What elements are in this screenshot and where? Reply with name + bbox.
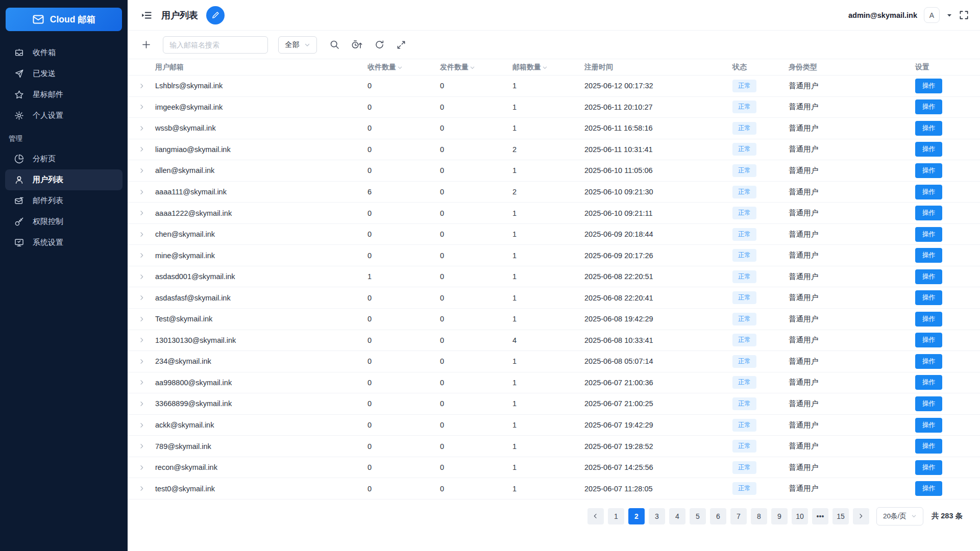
row-action-button[interactable]: 操作 xyxy=(915,163,942,178)
page-size-select[interactable]: 20条/页 xyxy=(876,507,923,525)
sidebar-item-sent[interactable]: 已发送 xyxy=(0,63,128,84)
row-expand-chevron-icon[interactable] xyxy=(128,167,155,174)
row-expand-chevron-icon[interactable] xyxy=(128,252,155,259)
column-header-mailbox-count[interactable]: 邮箱数量 xyxy=(512,63,584,72)
cell-user-email[interactable]: allen@skymail.ink xyxy=(155,166,368,174)
cell-user-email[interactable]: aaaa111@skymail.ink xyxy=(155,188,368,196)
column-header-inbox-count[interactable]: 收件数量 xyxy=(368,63,440,72)
row-expand-chevron-icon[interactable] xyxy=(128,231,155,238)
row-expand-chevron-icon[interactable] xyxy=(128,83,155,89)
cell-user-email[interactable]: recon@skymail.ink xyxy=(155,463,368,471)
page-button[interactable]: 8 xyxy=(751,508,767,524)
row-action-button[interactable]: 操作 xyxy=(915,248,942,263)
cell-user-email[interactable]: Test@skymail.ink xyxy=(155,315,368,323)
row-action-button[interactable]: 操作 xyxy=(915,396,942,411)
row-expand-chevron-icon[interactable] xyxy=(128,146,155,153)
add-user-button[interactable] xyxy=(140,38,153,51)
cell-user-email[interactable]: liangmiao@skymail.ink xyxy=(155,145,368,154)
row-action-button[interactable]: 操作 xyxy=(915,269,942,284)
page-button[interactable]: 2 xyxy=(628,508,645,524)
row-action-button[interactable]: 操作 xyxy=(915,375,942,390)
row-action-button[interactable]: 操作 xyxy=(915,354,942,369)
row-expand-chevron-icon[interactable] xyxy=(128,464,155,471)
fullscreen-icon[interactable] xyxy=(959,10,969,20)
page-button[interactable]: 1 xyxy=(608,508,624,524)
expand-table-button[interactable] xyxy=(395,39,407,51)
cell-user-email[interactable]: aaaa1222@skymail.ink xyxy=(155,209,368,217)
search-button[interactable] xyxy=(328,38,341,51)
row-action-button[interactable]: 操作 xyxy=(915,481,942,496)
row-action-button[interactable]: 操作 xyxy=(915,121,942,136)
avatar[interactable]: A xyxy=(924,7,940,23)
row-action-button[interactable]: 操作 xyxy=(915,79,942,93)
row-expand-chevron-icon[interactable] xyxy=(128,294,155,301)
sidebar-item-permissions[interactable]: 权限控制 xyxy=(0,211,128,232)
account-dropdown-caret-icon[interactable] xyxy=(946,12,952,18)
row-expand-chevron-icon[interactable] xyxy=(128,358,155,365)
sort-by-time-button[interactable] xyxy=(350,38,364,51)
page-button[interactable]: ••• xyxy=(812,508,828,524)
page-button[interactable]: 10 xyxy=(792,508,808,524)
cell-user-email[interactable]: aa998800@skymail.ink xyxy=(155,379,368,387)
cell-user-email[interactable]: asdasfasf@skymail.ink xyxy=(155,294,368,302)
cell-user-email[interactable]: 130130130@skymail.ink xyxy=(155,336,368,344)
row-expand-chevron-icon[interactable] xyxy=(128,337,155,343)
row-expand-chevron-icon[interactable] xyxy=(128,189,155,195)
cell-user-email[interactable]: 789@skymail.ink xyxy=(155,442,368,450)
prev-page-button[interactable] xyxy=(587,508,604,524)
page-button[interactable]: 9 xyxy=(771,508,788,524)
sidebar-item-user-list[interactable]: 用户列表 xyxy=(5,169,122,190)
row-action-button[interactable]: 操作 xyxy=(915,333,942,347)
row-expand-chevron-icon[interactable] xyxy=(128,273,155,280)
cell-user-email[interactable]: wssb@skymail.ink xyxy=(155,124,368,132)
cell-user-email[interactable]: ackk@skymail.ink xyxy=(155,421,368,429)
sidebar-item-starred[interactable]: 星标邮件 xyxy=(0,84,128,105)
sidebar-item-system-settings[interactable]: 系统设置 xyxy=(0,232,128,253)
row-action-button[interactable]: 操作 xyxy=(915,460,942,475)
search-input[interactable] xyxy=(163,36,268,54)
page-button[interactable]: 6 xyxy=(710,508,726,524)
row-action-button[interactable]: 操作 xyxy=(915,418,942,433)
cell-user-email[interactable]: Lshblrs@skymail.ink xyxy=(155,82,368,90)
row-expand-chevron-icon[interactable] xyxy=(128,485,155,492)
row-action-button[interactable]: 操作 xyxy=(915,142,942,157)
row-expand-chevron-icon[interactable] xyxy=(128,316,155,322)
row-expand-chevron-icon[interactable] xyxy=(128,400,155,407)
page-button[interactable]: 3 xyxy=(649,508,665,524)
column-header-sent-count[interactable]: 发件数量 xyxy=(440,63,512,72)
row-expand-chevron-icon[interactable] xyxy=(128,125,155,132)
row-action-button[interactable]: 操作 xyxy=(915,206,942,220)
sidebar-item-mail-list[interactable]: 邮件列表 xyxy=(0,190,128,211)
row-action-button[interactable]: 操作 xyxy=(915,99,942,114)
menu-collapse-icon[interactable] xyxy=(140,9,153,22)
refresh-button[interactable] xyxy=(373,38,386,51)
row-action-button[interactable]: 操作 xyxy=(915,439,942,454)
row-expand-chevron-icon[interactable] xyxy=(128,379,155,386)
row-action-button[interactable]: 操作 xyxy=(915,290,942,305)
cell-user-email[interactable]: test0@skymail.ink xyxy=(155,485,368,493)
next-page-button[interactable] xyxy=(853,508,869,524)
cell-user-email[interactable]: imgeek@skymail.ink xyxy=(155,103,368,111)
row-action-button[interactable]: 操作 xyxy=(915,185,942,199)
page-button[interactable]: 4 xyxy=(669,508,685,524)
cell-user-email[interactable]: chen@skymail.ink xyxy=(155,230,368,238)
page-button[interactable]: 7 xyxy=(730,508,747,524)
row-action-button[interactable]: 操作 xyxy=(915,227,942,242)
filter-select[interactable]: 全部 xyxy=(278,36,317,54)
edit-title-button[interactable] xyxy=(206,6,225,24)
row-expand-chevron-icon[interactable] xyxy=(128,422,155,429)
cell-user-email[interactable]: mine@skymail.ink xyxy=(155,252,368,260)
page-button[interactable]: 5 xyxy=(690,508,706,524)
cell-user-email[interactable]: asdasd001@skymail.ink xyxy=(155,272,368,281)
row-expand-chevron-icon[interactable] xyxy=(128,210,155,216)
row-action-button[interactable]: 操作 xyxy=(915,312,942,327)
sidebar-item-analytics[interactable]: 分析页 xyxy=(0,148,128,169)
cell-user-email[interactable]: 234@skymail.ink xyxy=(155,357,368,365)
sidebar-item-personal-settings[interactable]: 个人设置 xyxy=(0,105,128,126)
sidebar-item-inbox[interactable]: 收件箱 xyxy=(0,42,128,63)
row-expand-chevron-icon[interactable] xyxy=(128,443,155,449)
cell-user-email[interactable]: 33668899@skymail.ink xyxy=(155,399,368,408)
page-button[interactable]: 15 xyxy=(832,508,849,524)
row-expand-chevron-icon[interactable] xyxy=(128,104,155,110)
brand-button[interactable]: Cloud 邮箱 xyxy=(6,8,122,31)
